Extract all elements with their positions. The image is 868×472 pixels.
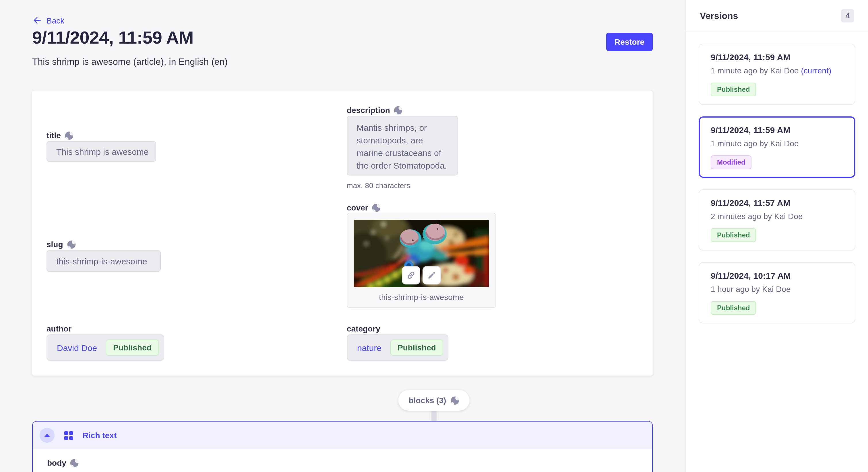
versions-count-badge: 4 [841,9,854,22]
globe-icon [65,131,73,140]
version-meta: 1 minute ago by Kai Doe (current) [711,65,843,76]
version-date: 9/11/2024, 11:59 AM [711,52,843,63]
author-relation-chip: David Doe Published [46,334,164,361]
pill-connector [431,409,437,422]
component-grid-icon [64,431,73,440]
globe-icon [394,106,403,114]
version-status-badge: Published [711,301,756,315]
globe-icon [67,240,76,248]
author-relation-link[interactable]: David Doe [57,343,97,352]
arrow-left-icon [32,15,42,25]
cover-media-card: this-shrimp-is-awesome [347,213,496,308]
version-status-badge: Modified [711,156,752,169]
slug-field-label: slug [46,240,76,249]
body-field-label: body [47,458,79,467]
version-content-card: title This shrimp is awesome slug this-s… [32,91,653,376]
current-tag: (current) [801,66,831,75]
category-field-label: category [347,324,380,333]
version-status-badge: Published [711,228,756,242]
version-card[interactable]: 9/11/2024, 10:17 AM 1 hour ago by Kai Do… [699,262,856,324]
version-date: 9/11/2024, 11:59 AM [711,125,843,135]
globe-icon [372,203,381,212]
title-input[interactable]: This shrimp is awesome [46,141,156,162]
author-field-label: author [46,324,71,333]
version-meta: 1 minute ago by Kai Doe [711,138,843,148]
rich-text-accordion-header[interactable]: Rich text [33,422,652,449]
category-status-badge: Published [390,339,443,356]
cover-actions [402,266,441,284]
versions-sidebar: Versions 4 9/11/2024, 11:59 AM 1 minute … [685,0,868,472]
versions-header: Versions 4 [686,0,868,32]
version-meta: 1 hour ago by Kai Doe [711,284,843,294]
rich-text-block: Rich text body [32,421,653,472]
description-field-label: description [347,105,403,115]
rich-text-block-title: Rich text [83,431,117,440]
versions-title: Versions [700,11,738,21]
page-title: 9/11/2024, 11:59 AM [32,28,193,48]
version-card[interactable]: 9/11/2024, 11:59 AM 1 minute ago by Kai … [699,43,856,105]
version-date: 9/11/2024, 11:57 AM [711,198,843,208]
version-card-selected[interactable]: 9/11/2024, 11:59 AM 1 minute ago by Kai … [699,116,856,178]
restore-button[interactable]: Restore [606,33,653,51]
blocks-pill-label: blocks (3) [409,396,446,405]
description-textarea[interactable]: Mantis shrimps, or stomatopods, are mari… [347,116,458,175]
back-link[interactable]: Back [32,15,64,25]
screen: Back 9/11/2024, 11:59 AM This shrimp is … [0,0,868,472]
globe-icon [70,459,79,467]
globe-icon [451,396,459,405]
pencil-icon [427,270,437,280]
version-status-badge: Published [711,82,756,96]
blocks-field-pill: blocks (3) [398,390,470,411]
back-label: Back [46,16,64,25]
description-hint: max. 80 characters [347,181,410,190]
author-status-badge: Published [105,339,159,356]
edit-button[interactable] [423,266,441,284]
chevron-up-icon [44,434,50,437]
title-field-label: title [46,131,73,140]
version-meta: 2 minutes ago by Kai Doe [711,211,843,222]
collapse-button[interactable] [40,428,55,443]
page-subtitle: This shrimp is awesome (article), in Eng… [32,57,228,67]
cover-caption: this-shrimp-is-awesome [347,293,495,302]
cover-field-label: cover [347,203,381,212]
versions-list: 9/11/2024, 11:59 AM 1 minute ago by Kai … [686,32,868,335]
slug-input[interactable]: this-shrimp-is-awesome [46,250,161,272]
category-relation-chip: nature Published [347,334,448,361]
category-relation-link[interactable]: nature [357,343,381,352]
link-icon [406,270,416,280]
version-card[interactable]: 9/11/2024, 11:57 AM 2 minutes ago by Kai… [699,189,856,250]
app-root: Back 9/11/2024, 11:59 AM This shrimp is … [0,0,868,472]
version-date: 9/11/2024, 10:17 AM [711,271,843,281]
copy-link-button[interactable] [402,266,420,284]
